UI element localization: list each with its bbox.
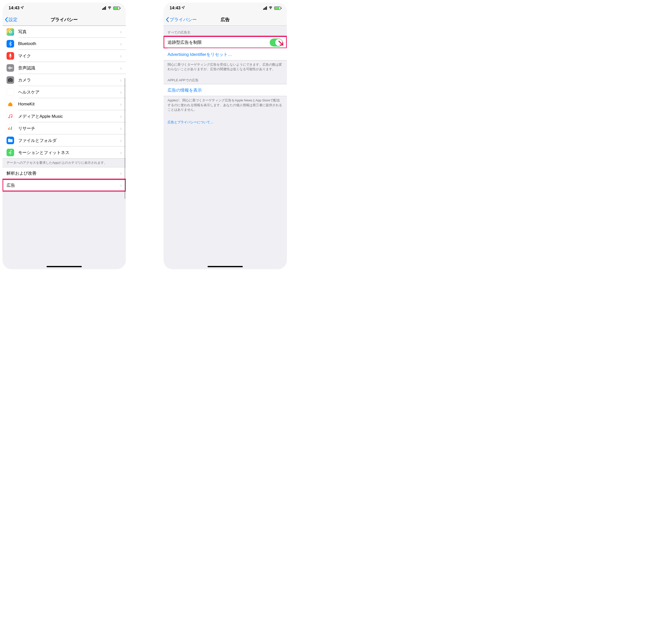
chevron-left-icon (165, 17, 169, 22)
nav-bar: 設定 プライバシー (2, 14, 126, 26)
footer-text: データへのアクセスを要求したAppが上のカテゴリに表示されます。 (2, 158, 126, 167)
chevron-right-icon: › (120, 77, 122, 83)
row-label: HomeKit (18, 102, 120, 107)
row-speech[interactable]: 音声認識 › (2, 62, 126, 74)
row-bluetooth[interactable]: Bluetooth › (2, 38, 126, 50)
chevron-right-icon: › (120, 89, 122, 95)
battery-icon: ⚡ (274, 6, 281, 10)
chevron-right-icon: › (120, 101, 122, 107)
row-reset-identifier[interactable]: Advertising Identifierをリセット… (163, 48, 287, 60)
row-limit-tracking[interactable]: 追跡型広告を制限 (163, 36, 287, 48)
home-indicator[interactable] (208, 266, 243, 267)
homekit-icon (6, 100, 14, 108)
content-scroll[interactable]: ✿ 写真 › Bluetooth › マイク › 音声認識 › (2, 26, 126, 269)
row-label: メディアとApple Music (18, 113, 120, 119)
bluetooth-icon (6, 40, 14, 48)
svg-rect-11 (9, 127, 10, 130)
row-label: カメラ (18, 77, 120, 83)
row-label: Advertising Identifierをリセット… (167, 52, 283, 57)
svg-rect-3 (9, 67, 10, 70)
cellular-icon (102, 6, 106, 10)
row-advertising[interactable]: 広告 › (2, 179, 126, 191)
section-header: すべての広告主 (163, 26, 287, 36)
photos-icon: ✿ (6, 28, 14, 36)
svg-rect-0 (9, 54, 11, 56)
row-label: 広告の情報を表示 (167, 87, 283, 93)
phone-right: 14:43 ⚡ プライバシー 広告 すべての広告主 追跡型広告を制限 Adver… (163, 2, 287, 269)
status-bar: 14:43 ⚡ (2, 2, 126, 14)
svg-rect-4 (10, 67, 11, 69)
page-title: 広告 (221, 17, 230, 23)
row-motion[interactable]: モーションとフィットネス › (2, 147, 126, 158)
wifi-icon (268, 5, 273, 10)
row-media[interactable]: メディアとApple Music › (2, 110, 126, 122)
chevron-right-icon: › (120, 29, 122, 35)
row-label: Bluetooth (18, 41, 120, 46)
chevron-right-icon: › (120, 170, 122, 176)
chevron-right-icon: › (120, 41, 122, 47)
row-label: 音声認識 (18, 65, 120, 71)
phone-left: 14:43 ⚡ 設定 プライバシー ✿ 写真 › Bluetooth (2, 2, 126, 269)
row-label: ヘルスケア (18, 89, 120, 95)
svg-rect-9 (9, 78, 11, 79)
footer-text: 関心に基づくターゲティング広告を受信しないようにできます。広告の数は変わらないこ… (163, 60, 287, 74)
microphone-icon (6, 52, 14, 60)
row-show-ad-info[interactable]: 広告の情報を表示 (163, 84, 287, 96)
scrollbar[interactable] (125, 78, 125, 199)
location-icon (181, 5, 185, 10)
row-label: ファイルとフォルダ (18, 138, 120, 144)
chevron-right-icon: › (120, 65, 122, 71)
music-icon (6, 112, 14, 120)
page-title: プライバシー (51, 17, 78, 23)
svg-rect-6 (12, 67, 12, 69)
svg-rect-13 (11, 127, 12, 130)
back-label: プライバシー (170, 17, 197, 23)
chevron-right-icon: › (120, 150, 122, 156)
chevron-right-icon: › (120, 138, 122, 144)
section-header: APPLE APPでの広告 (163, 74, 287, 84)
row-label: リサーチ (18, 126, 120, 131)
svg-rect-2 (9, 67, 9, 69)
cellular-icon (263, 6, 267, 10)
research-icon (6, 125, 14, 132)
footer-text: Appleが、関心に基づくターゲティング広告をApple NewsとApp St… (163, 96, 287, 114)
chevron-right-icon: › (120, 126, 122, 131)
svg-rect-1 (8, 68, 8, 69)
row-label: 追跡型広告を制限 (167, 40, 270, 45)
row-analytics[interactable]: 解析および改善 › (2, 167, 126, 179)
svg-point-14 (10, 150, 11, 151)
back-button[interactable]: プライバシー (165, 17, 197, 23)
row-research[interactable]: リサーチ › (2, 122, 126, 134)
status-bar: 14:43 ⚡ (163, 2, 287, 14)
content-scroll[interactable]: すべての広告主 追跡型広告を制限 Advertising Identifierを… (163, 26, 287, 269)
svg-rect-10 (8, 128, 9, 130)
speech-icon (6, 64, 14, 72)
about-link[interactable]: 広告とプライバシーについて… (163, 118, 287, 127)
toggle-switch[interactable] (270, 38, 283, 47)
health-icon: ♥ (6, 88, 14, 96)
back-label: 設定 (8, 17, 18, 23)
link-label: 広告とプライバシーについて… (167, 120, 213, 124)
back-button[interactable]: 設定 (4, 17, 18, 23)
motion-icon (6, 149, 14, 156)
chevron-right-icon: › (120, 182, 122, 188)
row-microphone[interactable]: マイク › (2, 50, 126, 62)
files-icon (6, 137, 14, 144)
chevron-right-icon: › (120, 113, 122, 119)
row-label: 解析および改善 (6, 170, 120, 176)
chevron-right-icon: › (120, 53, 122, 59)
row-files[interactable]: ファイルとフォルダ › (2, 134, 126, 147)
svg-rect-5 (11, 68, 11, 69)
wifi-icon (107, 5, 112, 10)
row-homekit[interactable]: HomeKit › (2, 98, 126, 110)
row-camera[interactable]: カメラ › (2, 74, 126, 86)
row-label: マイク (18, 53, 120, 59)
status-time: 14:43 (8, 5, 19, 10)
row-health[interactable]: ♥ ヘルスケア › (2, 86, 126, 98)
location-icon (20, 5, 24, 10)
home-indicator[interactable] (47, 266, 82, 267)
row-label: 広告 (6, 182, 120, 188)
battery-icon: ⚡ (113, 6, 120, 10)
camera-icon (6, 76, 14, 84)
row-photos[interactable]: ✿ 写真 › (2, 26, 126, 38)
